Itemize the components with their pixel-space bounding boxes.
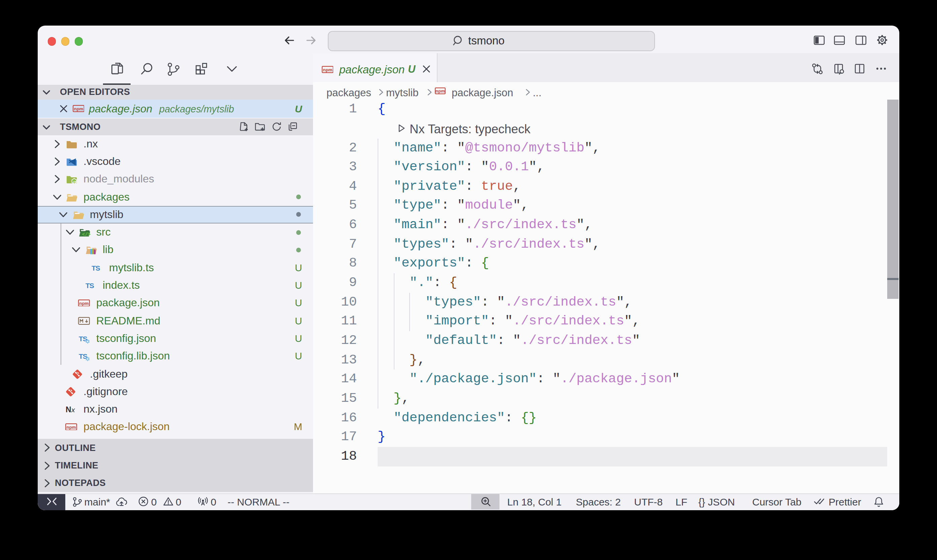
- svg-text:x: x: [71, 406, 75, 414]
- svg-text:JS: JS: [73, 180, 76, 184]
- svg-text:TS: TS: [92, 264, 100, 272]
- svg-text:</>: </>: [82, 232, 91, 237]
- svg-text:TS: TS: [85, 282, 94, 289]
- svg-text:npm: npm: [435, 89, 445, 94]
- svg-text:npm: npm: [67, 425, 76, 430]
- svg-text:npm: npm: [323, 67, 332, 72]
- svg-text:npm: npm: [79, 300, 89, 306]
- svg-text:npm: npm: [74, 106, 83, 111]
- svg-text:N: N: [66, 405, 71, 414]
